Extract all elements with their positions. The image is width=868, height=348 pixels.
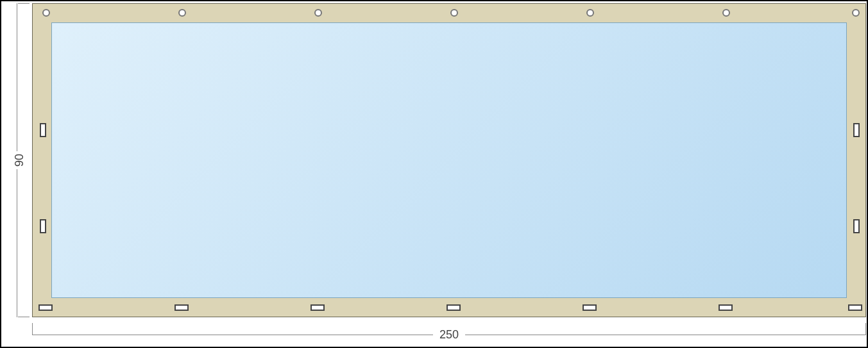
grommet-icon [178,9,186,17]
bottom-tab-icon [848,304,862,311]
bottom-tab-icon [311,304,325,311]
diagram-bounds: 250 90 [0,0,868,348]
grommet-icon [586,9,594,17]
bottom-tab-icon [719,304,733,311]
side-tab-icon [40,123,46,137]
grommet-icon [314,9,322,17]
grommet-icon [450,9,458,17]
side-tab-icon [853,123,860,137]
grommet-icon [722,9,730,17]
bottom-tab-icon [174,304,189,311]
width-dimension: 250 [32,322,866,347]
side-tab-icon [853,219,860,233]
height-dimension: 90 [4,3,31,317]
height-dimension-label: 90 [13,151,26,169]
bottom-tab-icon [447,304,461,311]
grommet-icon [852,9,860,17]
side-tab-icon [40,219,46,233]
transparent-window [51,22,847,298]
bottom-tab-icon [583,304,597,311]
grommet-icon [42,9,50,17]
width-dimension-label: 250 [433,328,465,342]
bottom-tab-icon [38,304,53,311]
